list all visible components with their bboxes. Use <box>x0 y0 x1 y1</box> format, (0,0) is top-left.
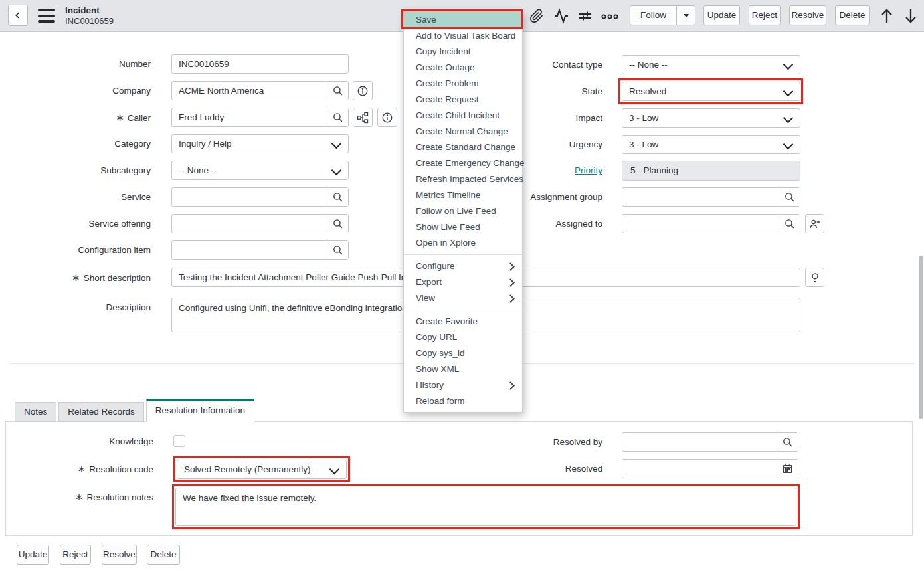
tab-notes[interactable]: Notes <box>15 402 56 422</box>
service-label: Service <box>13 187 151 207</box>
subcategory-label: Subcategory <box>13 161 151 180</box>
reject-button-footer[interactable]: Reject <box>60 545 91 565</box>
back-button[interactable] <box>8 5 28 26</box>
chevron-down-icon <box>783 140 794 150</box>
menu-item-copy-url[interactable]: Copy URL <box>404 330 522 345</box>
menu-item-create-emergency-change[interactable]: Create Emergency Change <box>404 155 522 171</box>
menu-item-metrics-timeline[interactable]: Metrics Timeline <box>404 187 522 203</box>
menu-item-show-xml[interactable]: Show XML <box>404 361 522 377</box>
search-icon <box>332 85 343 96</box>
assigned-to-lookup-button[interactable] <box>779 215 800 233</box>
menu-item-view[interactable]: View <box>404 290 522 306</box>
caller-input[interactable]: Fred Luddy <box>172 108 327 126</box>
attachment-button[interactable] <box>527 7 546 25</box>
menu-item-follow-on-live-feed[interactable]: Follow on Live Feed <box>404 203 522 219</box>
assigned-to-input[interactable] <box>622 215 779 233</box>
chevron-right-icon <box>506 381 515 390</box>
service-offering-input[interactable] <box>172 215 327 233</box>
menu-item-open-in-xplore[interactable]: Open in Xplore <box>404 235 522 251</box>
priority-link[interactable]: Priority <box>575 165 602 175</box>
personalize-form-button[interactable] <box>576 7 595 25</box>
search-icon <box>784 191 795 203</box>
vertical-scrollbar-thumb[interactable] <box>919 256 923 419</box>
form-context-menu: Save Add to Visual Task Board Copy Incid… <box>403 11 523 413</box>
caller-preview-button[interactable] <box>377 108 397 127</box>
delete-button-footer[interactable]: Delete <box>147 545 180 565</box>
menu-item-reload-form[interactable]: Reload form <box>404 393 522 409</box>
more-dots-icon <box>601 8 618 24</box>
next-record-button[interactable] <box>901 7 920 25</box>
hamburger-menu-icon[interactable] <box>38 9 55 23</box>
knowledge-checkbox[interactable] <box>173 435 185 447</box>
menu-item-add-to-visual-task-board[interactable]: Add to Visual Task Board <box>404 28 522 44</box>
company-preview-button[interactable] <box>353 81 373 100</box>
menu-item-create-favorite[interactable]: Create Favorite <box>404 314 522 330</box>
more-options-button[interactable] <box>601 7 619 25</box>
state-select[interactable]: Resolved <box>622 82 800 101</box>
menu-item-save[interactable]: Save <box>404 12 522 28</box>
tab-resolution-information[interactable]: Resolution Information <box>146 399 254 422</box>
previous-record-button[interactable] <box>878 7 896 25</box>
menu-item-create-normal-change[interactable]: Create Normal Change <box>404 124 522 140</box>
service-input[interactable] <box>172 188 327 206</box>
follow-button[interactable]: Follow <box>630 6 676 25</box>
service-offering-reference-field <box>171 214 349 233</box>
subcategory-select[interactable]: -- None -- <box>171 161 349 180</box>
assignment-group-input[interactable] <box>622 188 779 206</box>
menu-item-refresh-impacted-services[interactable]: Refresh Impacted Services <box>404 171 522 187</box>
menu-item-export[interactable]: Export <box>404 274 522 290</box>
info-icon <box>381 112 393 124</box>
menu-item-create-problem[interactable]: Create Problem <box>404 76 522 92</box>
resolved-calendar-button[interactable] <box>777 460 798 478</box>
urgency-select[interactable]: 3 - Low <box>622 135 800 154</box>
contact-type-select[interactable]: -- None -- <box>622 55 800 74</box>
resolved-input[interactable] <box>622 460 777 478</box>
caller-lookup-button[interactable] <box>327 108 348 126</box>
assignment-group-reference-field <box>622 187 800 207</box>
menu-item-history[interactable]: History <box>404 377 522 393</box>
menu-item-copy-incident[interactable]: Copy Incident <box>404 44 522 60</box>
resolved-by-lookup-button[interactable] <box>777 433 798 451</box>
suggestion-button[interactable] <box>805 268 824 287</box>
tab-related-records[interactable]: Related Records <box>58 402 144 422</box>
configuration-item-lookup-button[interactable] <box>327 241 348 259</box>
service-lookup-button[interactable] <box>327 188 348 206</box>
resolve-button-header[interactable]: Resolve <box>789 5 826 25</box>
resolution-code-select[interactable]: Solved Remotely (Permanently) <box>177 460 347 479</box>
configuration-item-input[interactable] <box>172 241 327 259</box>
company-lookup-button[interactable] <box>327 82 348 100</box>
company-input[interactable]: ACME North America <box>172 82 327 100</box>
delete-button-header[interactable]: Delete <box>835 5 870 25</box>
resolved-label: Resolved <box>465 459 602 478</box>
update-button-footer[interactable]: Update <box>17 545 49 565</box>
activity-stream-button[interactable] <box>552 7 571 25</box>
caret-down-icon <box>684 14 689 17</box>
reject-button-header[interactable]: Reject <box>749 5 781 25</box>
follow-dropdown-button[interactable] <box>676 6 695 25</box>
search-icon <box>332 218 343 229</box>
menu-item-create-standard-change[interactable]: Create Standard Change <box>404 140 522 155</box>
resolve-button-footer[interactable]: Resolve <box>102 545 137 565</box>
menu-item-copy-sys-id[interactable]: Copy sys_id <box>404 345 522 361</box>
impact-select[interactable]: 3 - Low <box>622 108 800 128</box>
tab-bar: Notes Related Records Resolution Informa… <box>15 399 254 422</box>
chevron-down-icon <box>783 86 794 97</box>
service-reference-field <box>171 187 349 207</box>
service-offering-lookup-button[interactable] <box>327 215 348 233</box>
resolved-by-reference-field <box>622 432 798 452</box>
menu-item-create-child-incident[interactable]: Create Child Incident <box>404 108 522 124</box>
menu-item-create-outage[interactable]: Create Outage <box>404 60 522 76</box>
search-icon <box>332 112 343 123</box>
assign-to-me-button[interactable] <box>805 214 824 233</box>
resolution-notes-textarea[interactable]: We have fixed the issue remotely. <box>175 488 796 526</box>
menu-item-show-live-feed[interactable]: Show Live Feed <box>404 219 522 235</box>
configuration-item-label: Configuration item <box>13 240 151 260</box>
caller-hierarchy-button[interactable] <box>353 108 373 127</box>
assignment-group-lookup-button[interactable] <box>779 188 800 206</box>
menu-item-create-request[interactable]: Create Request <box>404 92 522 108</box>
number-input[interactable]: INC0010659 <box>171 54 349 74</box>
update-button-header[interactable]: Update <box>703 5 740 25</box>
menu-item-configure[interactable]: Configure <box>404 258 522 274</box>
resolved-by-input[interactable] <box>622 433 777 451</box>
category-select[interactable]: Inquiry / Help <box>171 134 349 153</box>
